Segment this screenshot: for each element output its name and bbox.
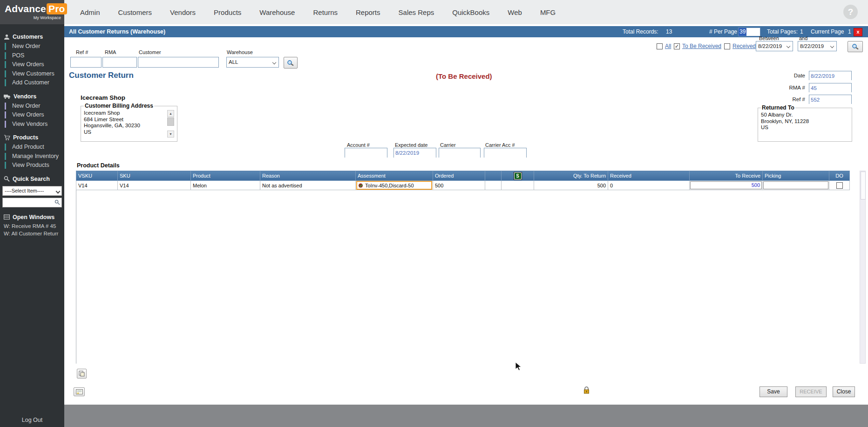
- product-details-title: Product Details: [77, 162, 120, 169]
- open-window-receive-rma[interactable]: W: Receive RMA # 45: [0, 222, 64, 230]
- nav-item-vendors[interactable]: Vendors: [170, 8, 196, 16]
- rma-filter-label: RMA: [105, 49, 116, 55]
- copy-icon: [79, 371, 85, 377]
- close-button[interactable]: Close: [833, 386, 855, 397]
- customer-filter-label: Customer: [139, 49, 161, 55]
- carrier-input[interactable]: [439, 149, 480, 158]
- save-button[interactable]: Save: [760, 386, 787, 397]
- col-assessment[interactable]: Assessment: [356, 171, 433, 181]
- col-qty-to-return[interactable]: Qty. To Return: [534, 171, 608, 181]
- sidebar-item-add-product[interactable]: Add Product: [0, 143, 64, 152]
- col-received[interactable]: Received: [608, 171, 690, 181]
- carrier-acc-input[interactable]: [484, 149, 526, 158]
- warehouse-select[interactable]: ALL: [226, 57, 279, 68]
- cell-ordered: 500: [433, 181, 485, 190]
- sidebar-item-pos[interactable]: POS: [0, 51, 64, 61]
- nav-item-reports[interactable]: Reports: [356, 8, 380, 16]
- filter-to-be-received-label[interactable]: To Be Received: [682, 43, 721, 49]
- truck-icon: [4, 94, 11, 99]
- between-label: Between: [759, 35, 779, 41]
- quick-search-box: [2, 198, 62, 207]
- filter-received-label[interactable]: Received: [732, 43, 756, 49]
- sidebar-item-vend-view-orders[interactable]: View Orders: [0, 110, 64, 120]
- logout-button[interactable]: Log Out: [0, 417, 64, 423]
- nav-item-sales-reps[interactable]: Sales Reps: [399, 8, 434, 16]
- ref-filter-input[interactable]: [71, 57, 101, 67]
- quick-search-select[interactable]: ----Select Item----: [2, 186, 62, 196]
- col-picking[interactable]: Picking: [763, 171, 829, 181]
- close-window-icon[interactable]: x: [854, 28, 862, 36]
- page-title: Customer Return: [69, 71, 134, 80]
- to-receive-input[interactable]: 500: [690, 181, 762, 189]
- date-search-button[interactable]: [848, 41, 863, 52]
- warehouse-filter-label: Warehouse: [227, 49, 253, 55]
- col-vsku[interactable]: VSKU: [76, 171, 118, 181]
- ref-filter-box: [70, 57, 102, 68]
- rma-filter-box: [102, 57, 137, 68]
- billing-scrollbar: ▲ ▼: [167, 110, 174, 138]
- scroll-down-icon[interactable]: ▼: [167, 131, 174, 138]
- filter-received-checkbox[interactable]: [724, 43, 730, 49]
- nav-item-returns[interactable]: Returns: [313, 8, 338, 16]
- nav-item-quickbooks[interactable]: QuickBooks: [452, 8, 489, 16]
- nav-item-products[interactable]: Products: [214, 8, 241, 16]
- copy-button[interactable]: [77, 369, 87, 379]
- date-input[interactable]: [809, 72, 851, 80]
- nav-item-warehouse[interactable]: Warehouse: [259, 8, 295, 16]
- nav-item-web[interactable]: Web: [508, 8, 522, 16]
- sidebar-item-cust-view-orders[interactable]: View Orders: [0, 60, 64, 69]
- sidebar-item-view-vendors[interactable]: View Vendors: [0, 120, 64, 129]
- customer-filter-input[interactable]: [138, 57, 218, 67]
- expected-date-input[interactable]: [394, 149, 436, 158]
- picking-input[interactable]: [763, 181, 828, 189]
- rma-filter-input[interactable]: [103, 57, 136, 67]
- sidebar-item-vend-new-order[interactable]: New Order: [0, 102, 64, 111]
- col-ordered[interactable]: Ordered: [433, 171, 485, 181]
- scroll-thumb[interactable]: [167, 117, 174, 126]
- per-page-input[interactable]: 39: [738, 28, 760, 36]
- search-icon[interactable]: [54, 200, 60, 205]
- rma-label: RMA #: [735, 85, 805, 90]
- nav-item-admin[interactable]: Admin: [80, 8, 100, 16]
- col-serial[interactable]: S: [502, 171, 534, 181]
- do-checkbox[interactable]: [836, 182, 843, 189]
- sidebar-section-quick-search: Quick Search: [0, 174, 64, 184]
- current-page-label: Current Page: [811, 26, 844, 37]
- sidebar-item-view-products[interactable]: View Products: [0, 161, 64, 170]
- sidebar-item-cust-new-order[interactable]: New Order: [0, 42, 64, 51]
- open-window-all-returns[interactable]: W: All Customer Returr: [0, 230, 64, 237]
- expected-date-box: [393, 148, 436, 158]
- sidebar-section-vendors: Vendors: [0, 91, 64, 102]
- notes-button[interactable]: [74, 387, 85, 396]
- nav-item-customers[interactable]: Customers: [118, 8, 152, 16]
- col-reason[interactable]: Reason: [260, 171, 356, 181]
- sidebar-item-manage-inventory[interactable]: Manage Inventory: [0, 152, 64, 161]
- assessment-value-box[interactable]: ToInv-450,Discard-50: [356, 181, 432, 190]
- col-to-receive[interactable]: To Receive: [690, 171, 763, 181]
- grid-scrollbar[interactable]: [860, 171, 866, 364]
- account-input[interactable]: [345, 149, 387, 158]
- quick-search-input[interactable]: [3, 198, 61, 207]
- receive-button[interactable]: RECEIVE: [795, 386, 827, 397]
- col-product[interactable]: Product: [191, 171, 260, 181]
- brand-tagline: My Workspace: [34, 15, 61, 20]
- rma-input[interactable]: [809, 84, 851, 92]
- date-from-dropdown[interactable]: 8/22/2019: [756, 41, 793, 51]
- col-do[interactable]: DO: [829, 171, 850, 181]
- lock-icon[interactable]: [583, 386, 590, 396]
- sidebar-item-view-customers[interactable]: View Customers: [0, 69, 64, 79]
- help-icon[interactable]: ?: [843, 5, 858, 19]
- filter-to-be-received-checkbox[interactable]: ✓: [674, 43, 680, 49]
- filter-all-label[interactable]: All: [665, 43, 671, 49]
- sidebar-item-add-customer[interactable]: Add Customer: [0, 78, 64, 88]
- product-details-table: VSKU SKU Product Reason Assessment Order…: [76, 171, 850, 190]
- filter-all-checkbox[interactable]: [657, 43, 663, 49]
- nav-item-mfg[interactable]: MFG: [540, 8, 556, 16]
- col-sku[interactable]: SKU: [118, 171, 191, 181]
- cell-serial[interactable]: [502, 181, 534, 190]
- filter-search-button[interactable]: [284, 57, 298, 69]
- date-to-dropdown[interactable]: 8/22/2019: [798, 41, 837, 51]
- ref-input[interactable]: [809, 96, 851, 104]
- scroll-up-icon[interactable]: ▲: [167, 110, 174, 117]
- billing-line: US: [84, 129, 163, 136]
